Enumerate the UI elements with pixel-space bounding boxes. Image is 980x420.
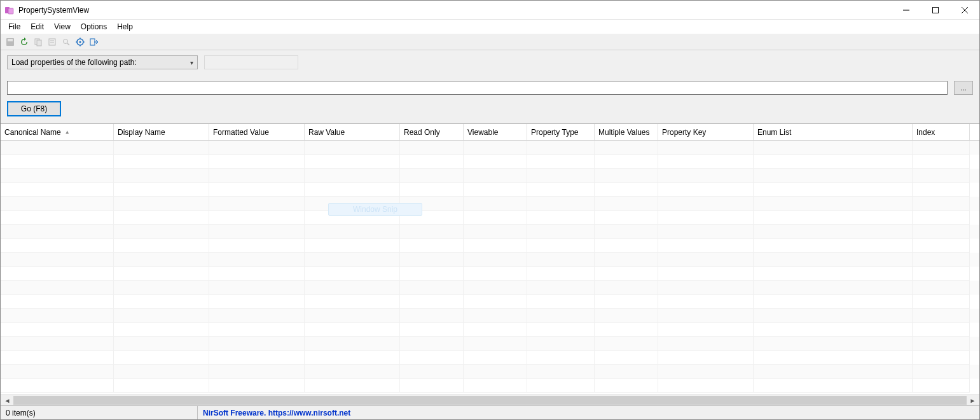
table-row [1, 281, 979, 295]
svg-line-14 [67, 43, 69, 45]
column-header[interactable]: Read Only [400, 124, 464, 140]
minimize-button[interactable] [892, 1, 921, 19]
menu-bar: FileEditViewOptionsHelp [1, 20, 979, 34]
svg-point-16 [79, 41, 81, 43]
svg-point-13 [64, 39, 68, 43]
table-row [1, 169, 979, 183]
horizontal-scrollbar[interactable]: ◄ ► [1, 395, 979, 405]
menu-edit[interactable]: Edit [25, 21, 49, 32]
column-header[interactable]: Property Key [658, 124, 754, 140]
table-row [1, 183, 979, 197]
window-title: PropertySystemView [18, 6, 89, 15]
exit-icon[interactable] [88, 36, 100, 48]
table-row [1, 351, 979, 365]
app-icon [4, 5, 15, 15]
properties-listview[interactable]: Canonical Name▲Display NameFormatted Val… [1, 123, 979, 405]
table-row [1, 379, 979, 393]
svg-rect-3 [933, 7, 939, 13]
table-row [1, 337, 979, 351]
table-row [1, 141, 979, 155]
scroll-track[interactable] [13, 396, 967, 405]
svg-rect-7 [8, 39, 13, 41]
column-header[interactable]: Viewable [464, 124, 527, 140]
column-header[interactable]: Display Name [114, 124, 209, 140]
column-header[interactable]: Enum List [754, 124, 913, 140]
properties-icon [46, 36, 58, 48]
grid-body: Window Snip [1, 141, 979, 395]
column-headers: Canonical Name▲Display NameFormatted Val… [1, 124, 979, 141]
title-bar: PropertySystemView [1, 1, 979, 20]
table-row [1, 323, 979, 337]
svg-rect-1 [8, 8, 13, 14]
refresh-icon[interactable] [18, 36, 30, 48]
browse-button[interactable]: ... [954, 81, 973, 95]
column-header[interactable]: Multiple Values [595, 124, 658, 140]
toolbar [1, 34, 979, 50]
mode-combobox-value: Load properties of the following path: [11, 58, 137, 67]
menu-view[interactable]: View [49, 21, 76, 32]
sort-indicator-icon: ▲ [65, 129, 70, 135]
path-input[interactable] [7, 81, 948, 95]
menu-options[interactable]: Options [76, 21, 112, 32]
table-row [1, 211, 979, 225]
table-row [1, 253, 979, 267]
target-icon[interactable] [74, 36, 86, 48]
column-header[interactable]: Raw Value [305, 124, 400, 140]
column-header[interactable]: Index [913, 124, 970, 140]
menu-help[interactable]: Help [112, 21, 138, 32]
status-credit-link[interactable]: NirSoft Freeware. https://www.nirsoft.ne… [198, 406, 979, 419]
controls-panel: Load properties of the following path: ▾… [1, 50, 979, 123]
status-item-count: 0 item(s) [1, 406, 198, 419]
watermark-overlay: Window Snip [328, 203, 422, 216]
svg-rect-10 [49, 39, 55, 45]
table-row [1, 239, 979, 253]
table-row [1, 365, 979, 379]
table-row [1, 155, 979, 169]
table-row [1, 197, 979, 211]
menu-file[interactable]: File [3, 21, 25, 32]
column-header[interactable]: Canonical Name▲ [1, 124, 114, 140]
chevron-down-icon: ▾ [190, 59, 193, 66]
secondary-input[interactable] [204, 55, 298, 69]
save-icon [4, 36, 16, 48]
table-row [1, 295, 979, 309]
table-row [1, 309, 979, 323]
svg-rect-21 [90, 39, 95, 45]
close-button[interactable] [950, 1, 979, 19]
scroll-left-icon[interactable]: ◄ [2, 397, 13, 404]
column-header[interactable]: Formatted Value [209, 124, 305, 140]
table-row [1, 225, 979, 239]
mode-combobox[interactable]: Load properties of the following path: ▾ [7, 55, 198, 69]
table-row [1, 267, 979, 281]
column-header[interactable]: Property Type [527, 124, 595, 140]
maximize-button[interactable] [921, 1, 950, 19]
scroll-right-icon[interactable]: ► [967, 397, 978, 404]
find-icon [60, 36, 72, 48]
go-button[interactable]: Go (F8) [7, 101, 61, 116]
svg-rect-9 [37, 40, 41, 46]
copy-icon [32, 36, 44, 48]
status-bar: 0 item(s) NirSoft Freeware. https://www.… [1, 405, 979, 419]
